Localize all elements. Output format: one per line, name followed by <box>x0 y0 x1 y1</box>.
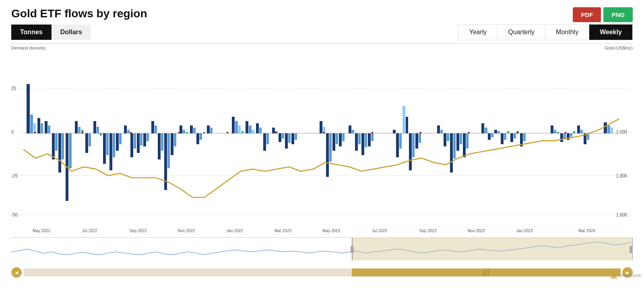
svg-rect-172 <box>352 238 633 260</box>
svg-text:Sep 2023: Sep 2023 <box>419 229 437 233</box>
svg-rect-119 <box>415 133 418 148</box>
svg-text:Jul 2023: Jul 2023 <box>372 229 387 233</box>
svg-rect-92 <box>285 133 288 148</box>
svg-rect-79 <box>238 126 241 134</box>
svg-rect-140 <box>510 133 513 142</box>
svg-rect-99 <box>329 133 332 161</box>
svg-rect-147 <box>557 132 559 133</box>
svg-text:Jan 2023: Jan 2023 <box>516 229 533 233</box>
svg-rect-171 <box>565 132 566 133</box>
svg-rect-74 <box>203 132 205 133</box>
svg-rect-87 <box>266 133 269 144</box>
svg-marker-177 <box>610 272 617 279</box>
svg-rect-45 <box>103 133 106 164</box>
svg-text:25: 25 <box>11 86 16 91</box>
svg-rect-34 <box>62 133 64 159</box>
svg-rect-56 <box>140 133 142 145</box>
svg-rect-176 <box>630 246 633 253</box>
svg-rect-98 <box>326 133 329 177</box>
png-button[interactable]: PNG <box>603 7 633 22</box>
svg-rect-29 <box>45 121 47 133</box>
svg-rect-105 <box>352 130 354 134</box>
watermark-text: SNO SOUND <box>619 274 642 278</box>
svg-rect-62 <box>161 133 163 151</box>
svg-rect-169 <box>468 132 470 133</box>
svg-rect-57 <box>143 133 146 146</box>
svg-rect-68 <box>183 130 185 134</box>
svg-rect-129 <box>463 133 466 157</box>
period-tab-yearly[interactable]: Yearly <box>458 24 497 40</box>
svg-rect-72 <box>196 133 199 144</box>
svg-text:-50: -50 <box>11 212 18 217</box>
svg-rect-41 <box>89 133 91 146</box>
svg-rect-133 <box>488 133 491 140</box>
svg-rect-121 <box>437 126 440 134</box>
svg-rect-114 <box>399 133 402 148</box>
svg-text:1,800: 1,800 <box>616 173 627 178</box>
period-tab-monthly[interactable]: Monthly <box>545 24 589 40</box>
svg-rect-123 <box>444 133 446 146</box>
svg-rect-67 <box>180 126 182 134</box>
svg-rect-166 <box>323 132 325 133</box>
svg-rect-93 <box>288 133 291 143</box>
svg-rect-59 <box>151 121 154 133</box>
svg-rect-139 <box>507 131 509 133</box>
svg-rect-132 <box>485 128 487 133</box>
svg-rect-75 <box>207 126 210 134</box>
svg-rect-113 <box>396 133 399 157</box>
svg-rect-148 <box>560 133 563 142</box>
svg-rect-104 <box>349 126 351 134</box>
pdf-button[interactable]: PDF <box>573 7 601 22</box>
navigator-area[interactable] <box>11 237 633 266</box>
svg-rect-162 <box>130 132 132 133</box>
svg-rect-42 <box>93 121 96 133</box>
svg-rect-27 <box>37 118 40 133</box>
svg-rect-144 <box>523 133 526 141</box>
svg-text:Nov 2022: Nov 2022 <box>178 229 195 233</box>
svg-rect-146 <box>554 130 556 134</box>
svg-rect-28 <box>41 123 43 133</box>
svg-rect-118 <box>412 133 415 157</box>
svg-rect-82 <box>249 126 252 134</box>
svg-rect-71 <box>193 128 196 133</box>
scroll-bar-row: ◄ ||| ► <box>11 267 633 278</box>
svg-rect-50 <box>119 133 122 144</box>
svg-rect-95 <box>295 133 297 140</box>
period-tab-weekly[interactable]: Weekly <box>589 24 633 40</box>
svg-text:2,000: 2,000 <box>616 130 627 134</box>
unit-tab-dollars[interactable]: Dollars <box>52 25 91 40</box>
svg-rect-38 <box>78 127 80 133</box>
svg-rect-167 <box>372 132 373 133</box>
scroll-thumb[interactable]: ||| <box>352 268 621 276</box>
svg-text:May 2022: May 2022 <box>33 229 50 233</box>
svg-rect-106 <box>355 133 358 151</box>
svg-rect-33 <box>58 133 61 173</box>
svg-rect-153 <box>577 126 580 134</box>
svg-rect-161 <box>82 132 83 133</box>
chart-area: Demand (tonnes) Gold (US$/oz) 2,000 1,80… <box>11 43 633 237</box>
svg-rect-40 <box>85 133 88 153</box>
svg-rect-138 <box>504 133 506 140</box>
svg-rect-76 <box>210 128 213 133</box>
svg-rect-175 <box>351 246 354 253</box>
svg-rect-78 <box>235 121 238 133</box>
svg-rect-160 <box>34 132 36 133</box>
svg-rect-77 <box>232 117 235 133</box>
svg-rect-101 <box>336 133 338 144</box>
svg-rect-51 <box>124 126 127 134</box>
svg-rect-137 <box>501 133 504 144</box>
page-wrapper: Gold ETF flows by region PDF PNG Tonnes … <box>0 0 644 282</box>
scroll-left-button[interactable]: ◄ <box>11 267 22 278</box>
svg-rect-109 <box>365 133 367 147</box>
svg-rect-60 <box>155 126 157 134</box>
svg-rect-86 <box>263 133 266 151</box>
svg-rect-152 <box>573 131 575 133</box>
svg-rect-73 <box>200 133 202 140</box>
svg-rect-46 <box>106 133 109 155</box>
svg-rect-70 <box>190 126 193 134</box>
scroll-track[interactable]: ||| <box>23 268 621 276</box>
svg-rect-53 <box>130 133 133 157</box>
svg-rect-125 <box>450 133 453 173</box>
period-tab-quarterly[interactable]: Quarterly <box>497 24 545 40</box>
unit-tab-tonnes[interactable]: Tonnes <box>11 25 52 40</box>
